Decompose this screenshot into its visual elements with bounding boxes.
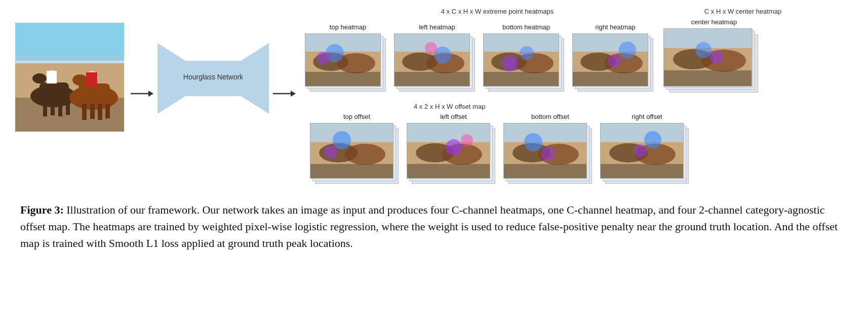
bottom-offset-label: bottom offset [531,113,569,120]
left-heatmap-label: left heatmap [419,23,455,31]
svg-rect-18 [98,104,102,120]
arrow-to-hourglass [131,89,153,99]
left-offset-label: left offset [440,113,467,120]
right-offset-front [600,123,684,179]
four-heatmaps: top heatmap [305,23,658,97]
hourglass-label: Hourglass Network [183,73,244,81]
svg-rect-64 [310,123,393,142]
svg-point-70 [324,145,337,158]
svg-rect-12 [47,71,57,84]
svg-point-76 [446,139,462,155]
center-heatmap-frames [663,28,765,97]
left-heatmap-stack: left heatmap [394,23,480,97]
svg-point-69 [333,131,351,149]
svg-rect-85 [601,123,684,142]
svg-rect-73 [407,164,490,179]
caption-area: Figure 3: Illustration of our framework.… [0,189,868,262]
svg-rect-80 [504,164,587,179]
svg-rect-59 [664,70,752,87]
svg-rect-17 [90,104,95,119]
svg-rect-45 [484,72,559,87]
svg-point-56 [608,54,621,67]
top-heatmap-stack: top heatmap [305,23,391,97]
top-offset-stack: top offset [310,113,404,189]
svg-point-63 [709,51,723,64]
right-heatmap-front [572,33,648,87]
svg-point-6 [32,73,47,84]
top-heatmap-front [305,33,381,87]
left-offset-front [407,123,490,179]
svg-rect-5 [40,82,69,100]
svg-rect-87 [601,164,684,179]
svg-point-62 [695,42,712,58]
bottom-offset-stack: bottom offset [503,113,597,189]
svg-rect-78 [504,123,587,142]
svg-rect-29 [305,34,381,52]
center-group-label: C x H x W center heatmap [687,8,799,15]
right-offset-frames [600,123,694,189]
svg-marker-24 [157,43,185,114]
left-offset-frames [407,123,500,189]
svg-rect-38 [394,72,470,87]
caption-text: Figure 3: Illustration of our framework.… [20,201,848,252]
right-offset-label: right offset [632,113,662,120]
right-heatmap-label: right heatmap [595,23,636,31]
svg-rect-66 [310,164,393,179]
svg-point-55 [619,41,636,59]
right-heatmap-stack: right heatmap [572,23,658,97]
svg-point-68 [345,144,385,165]
svg-point-49 [520,46,534,60]
arrow-to-outputs [273,89,296,99]
svg-rect-0 [15,23,124,61]
offset-map-label-row: 4 x 2 x H x W offset map [305,103,853,110]
svg-marker-26 [241,43,269,114]
heatmaps-row: top heatmap [305,18,853,97]
svg-point-83 [524,133,542,151]
left-heatmap-front [394,33,470,87]
svg-marker-28 [291,91,296,97]
left-offset-stack: left offset [407,113,500,189]
svg-point-15 [72,74,88,86]
bottom-heatmap-stack: bottom heatmap [483,23,569,97]
svg-rect-21 [86,72,97,87]
center-heatmap-stack: center heatmap [663,18,765,97]
svg-point-91 [634,144,647,157]
group-labels: 4 x C x H x W extreme point heatmaps C x… [305,8,853,15]
caption-title: Figure 3: [20,203,64,216]
top-heatmap-frames [305,33,391,97]
svg-rect-52 [573,72,648,87]
top-offset-label: top offset [343,113,370,120]
svg-point-48 [502,55,518,71]
svg-point-90 [644,131,661,148]
svg-point-84 [540,147,555,161]
hourglass-network: Hourglass Network [157,38,269,119]
svg-rect-10 [66,101,70,115]
svg-rect-7 [43,101,47,116]
bottom-heatmap-frames [483,33,569,97]
heatmaps-group-label: 4 x C x H x W extreme point heatmaps [307,8,687,15]
bottom-offset-front [503,123,587,179]
left-heatmap-frames [394,33,480,97]
svg-marker-23 [148,91,153,97]
svg-point-77 [461,134,473,146]
svg-rect-71 [407,123,490,142]
bottom-heatmap-front [483,33,559,87]
svg-rect-16 [82,104,87,120]
left-section: Hourglass Network [15,38,300,149]
svg-rect-50 [573,34,648,52]
svg-rect-8 [51,101,55,115]
svg-rect-9 [58,101,62,116]
bottom-offset-frames [503,123,597,189]
offset-map-label: 4 x 2 x H x W offset map [414,103,485,110]
top-heatmap-label: top heatmap [330,23,366,31]
caption-body: Illustration of our framework. Our netwo… [20,203,838,249]
input-image [15,23,127,134]
right-heatmap-frames [572,33,658,97]
top-offset-front [310,123,393,179]
svg-rect-31 [305,72,381,87]
top-offset-frames [310,123,404,189]
center-heatmap-front [663,28,752,87]
center-heatmap-label: center heatmap [691,18,737,26]
svg-point-42 [425,42,437,54]
right-offset-stack: right offset [600,113,694,189]
